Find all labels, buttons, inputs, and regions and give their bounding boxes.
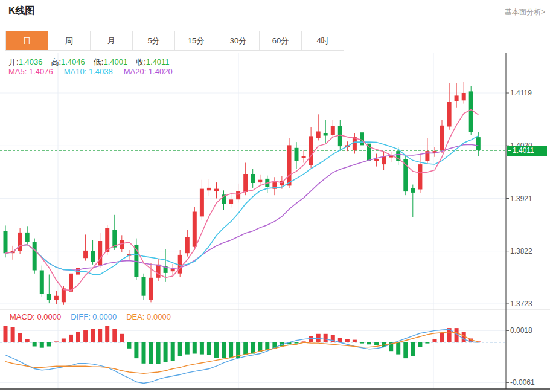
kline-widget: K线图 基本面分析> 日周月5分15分30分60分4时 1.41191.4020…: [0, 0, 550, 392]
period-tab-日[interactable]: 日: [6, 31, 48, 50]
open-value: 1.4036: [19, 57, 43, 66]
svg-text:1.4119: 1.4119: [510, 89, 532, 97]
close-label: 收:: [136, 57, 146, 66]
open-label: 开:: [8, 57, 19, 66]
macd-value: MACD: 0.0000: [10, 312, 61, 321]
low-label: 低:: [94, 57, 104, 66]
period-tab-4时[interactable]: 4时: [302, 31, 344, 50]
period-tab-60分[interactable]: 60分: [260, 31, 302, 50]
period-tabbar: 日周月5分15分30分60分4时: [5, 31, 344, 51]
svg-text:-0.0061: -0.0061: [510, 378, 535, 387]
last-price-badge: 1.4011: [507, 146, 547, 156]
ma20-value: MA20: 1.4020: [124, 67, 173, 76]
ohlc-info-row: 开:1.4036高:1.4046低:1.4001收:1.4011: [8, 57, 178, 68]
svg-text:1.3723: 1.3723: [510, 300, 532, 308]
ma5-value: MA5: 1.4076: [8, 67, 53, 76]
close-value: 1.4011: [146, 57, 170, 66]
ma10-value: MA10: 1.4038: [64, 67, 113, 76]
period-tab-周[interactable]: 周: [48, 31, 91, 50]
dea-value: DEA: 0.0000: [126, 312, 171, 321]
diff-value: DIFF: 0.0000: [71, 312, 117, 321]
period-tab-15分[interactable]: 15分: [175, 31, 217, 50]
svg-text:0.0018: 0.0018: [510, 326, 532, 335]
period-tab-5分[interactable]: 5分: [133, 31, 175, 50]
low-value: 1.4001: [103, 57, 127, 66]
high-label: 高:: [51, 57, 61, 66]
macd-legend-row: MACD: 0.0000DIFF: 0.0000DEA: 0.0000: [10, 312, 171, 321]
ma-info-row: MA5: 1.4076MA10: 1.4038MA20: 1.4020: [8, 67, 173, 76]
high-value: 1.4046: [61, 57, 85, 66]
svg-text:1.3822: 1.3822: [510, 247, 532, 255]
period-tab-30分[interactable]: 30分: [217, 31, 260, 50]
period-tab-月[interactable]: 月: [91, 31, 133, 50]
svg-text:1.3921: 1.3921: [510, 194, 532, 203]
